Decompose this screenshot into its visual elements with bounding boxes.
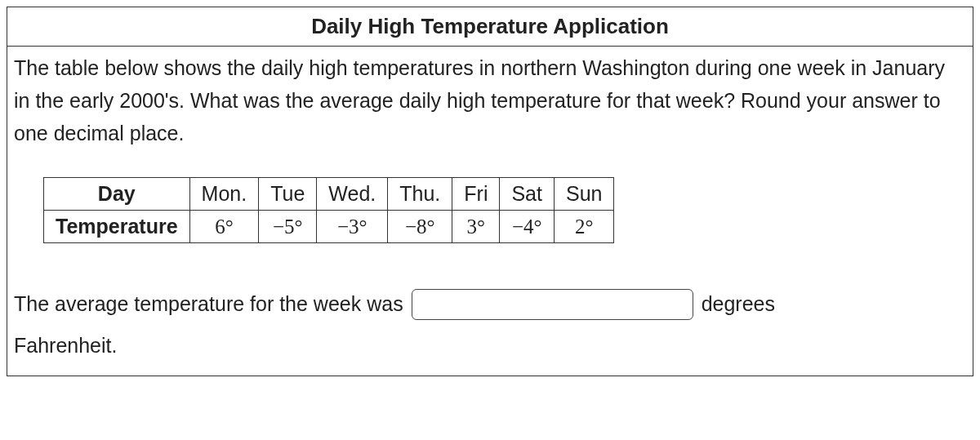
temperature-cell: 6° — [189, 211, 259, 243]
answer-prompt: The average temperature for the week was… — [14, 286, 966, 364]
temperature-cell: −8° — [388, 211, 452, 243]
temperature-cell: −3° — [317, 211, 388, 243]
day-cell: Thu. — [388, 178, 452, 211]
question-text: The table below shows the daily high tem… — [14, 51, 966, 149]
table-row: Temperature 6° −5° −3° −8° 3° −4° 2° — [44, 211, 614, 243]
day-cell: Mon. — [189, 178, 259, 211]
temperature-cell: 2° — [554, 211, 613, 243]
day-cell: Fri — [452, 178, 500, 211]
app-title: Daily High Temperature Application — [7, 7, 973, 47]
temperature-cell: −4° — [500, 211, 555, 243]
day-cell: Sat — [500, 178, 555, 211]
data-table-wrapper: Day Mon. Tue Wed. Thu. Fri Sat Sun Tempe… — [43, 177, 966, 243]
day-cell: Wed. — [317, 178, 388, 211]
answer-input[interactable] — [412, 289, 693, 320]
day-cell: Sun — [554, 178, 613, 211]
table-row: Day Mon. Tue Wed. Thu. Fri Sat Sun — [44, 178, 614, 211]
content-area: The table below shows the daily high tem… — [7, 47, 973, 376]
day-cell: Tue — [259, 178, 317, 211]
temperature-table: Day Mon. Tue Wed. Thu. Fri Sat Sun Tempe… — [43, 177, 614, 243]
temperature-cell: 3° — [452, 211, 500, 243]
day-row-header: Day — [44, 178, 190, 211]
app-container: Daily High Temperature Application The t… — [7, 7, 973, 376]
answer-suffix-fahrenheit: Fahrenheit. — [14, 327, 966, 364]
answer-prefix: The average temperature for the week was — [14, 286, 403, 322]
temperature-row-header: Temperature — [44, 211, 190, 243]
temperature-cell: −5° — [259, 211, 317, 243]
answer-suffix-degrees: degrees — [702, 286, 775, 322]
